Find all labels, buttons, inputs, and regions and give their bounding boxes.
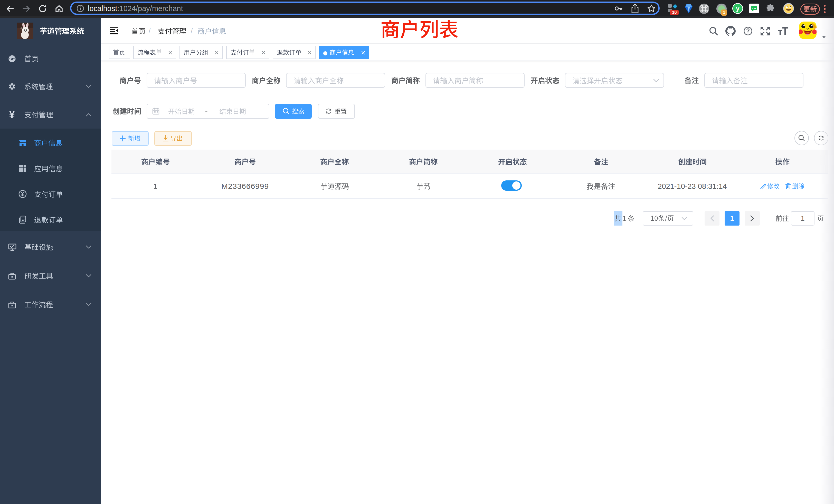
svg-text:y: y: [736, 5, 740, 12]
